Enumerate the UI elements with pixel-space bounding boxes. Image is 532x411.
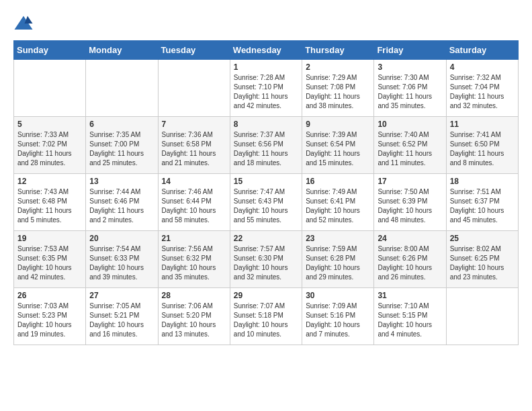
day-number: 27 <box>89 291 154 300</box>
day-number: 24 <box>378 234 442 243</box>
header-day-thursday: Thursday <box>302 41 374 60</box>
week-row-4: 19Sunrise: 7:53 AM Sunset: 6:35 PM Dayli… <box>14 231 519 288</box>
calendar-cell <box>446 288 518 345</box>
day-number: 30 <box>306 291 370 300</box>
cell-info: Sunrise: 7:07 AM Sunset: 5:18 PM Dayligh… <box>234 302 298 339</box>
cell-info: Sunrise: 7:09 AM Sunset: 5:16 PM Dayligh… <box>306 302 370 339</box>
cell-info: Sunrise: 7:41 AM Sunset: 6:50 PM Dayligh… <box>450 130 515 168</box>
calendar-cell: 1Sunrise: 7:28 AM Sunset: 7:10 PM Daylig… <box>230 60 302 117</box>
day-number: 22 <box>234 234 298 243</box>
calendar-cell: 7Sunrise: 7:36 AM Sunset: 6:58 PM Daylig… <box>158 117 230 174</box>
logo <box>13 13 36 34</box>
calendar-cell: 23Sunrise: 7:59 AM Sunset: 6:28 PM Dayli… <box>302 231 374 288</box>
day-number: 2 <box>306 62 370 72</box>
calendar-cell: 11Sunrise: 7:41 AM Sunset: 6:50 PM Dayli… <box>446 117 518 174</box>
cell-info: Sunrise: 7:35 AM Sunset: 7:00 PM Dayligh… <box>89 130 154 168</box>
calendar-cell: 18Sunrise: 7:51 AM Sunset: 6:37 PM Dayli… <box>446 174 518 231</box>
logo-icon <box>13 13 34 34</box>
day-number: 19 <box>17 234 82 243</box>
calendar-cell: 14Sunrise: 7:46 AM Sunset: 6:44 PM Dayli… <box>158 174 230 231</box>
calendar-cell: 22Sunrise: 7:57 AM Sunset: 6:30 PM Dayli… <box>230 231 302 288</box>
cell-info: Sunrise: 8:02 AM Sunset: 6:25 PM Dayligh… <box>450 244 515 282</box>
day-number: 16 <box>306 177 370 186</box>
header-day-friday: Friday <box>374 41 446 60</box>
day-number: 5 <box>17 120 82 129</box>
calendar-cell: 6Sunrise: 7:35 AM Sunset: 7:00 PM Daylig… <box>86 117 158 174</box>
cell-info: Sunrise: 7:40 AM Sunset: 6:52 PM Dayligh… <box>378 130 442 168</box>
calendar-cell: 20Sunrise: 7:54 AM Sunset: 6:33 PM Dayli… <box>86 231 158 288</box>
day-number: 9 <box>306 120 370 129</box>
cell-info: Sunrise: 7:39 AM Sunset: 6:54 PM Dayligh… <box>306 130 370 168</box>
cell-info: Sunrise: 7:03 AM Sunset: 5:23 PM Dayligh… <box>17 302 82 339</box>
day-number: 29 <box>234 291 298 300</box>
cell-info: Sunrise: 7:43 AM Sunset: 6:48 PM Dayligh… <box>17 187 82 225</box>
day-number: 28 <box>162 291 226 300</box>
calendar-cell: 13Sunrise: 7:44 AM Sunset: 6:46 PM Dayli… <box>86 174 158 231</box>
calendar-cell: 19Sunrise: 7:53 AM Sunset: 6:35 PM Dayli… <box>14 231 86 288</box>
calendar-cell: 5Sunrise: 7:33 AM Sunset: 7:02 PM Daylig… <box>14 117 86 174</box>
cell-info: Sunrise: 7:28 AM Sunset: 7:10 PM Dayligh… <box>234 73 298 111</box>
calendar-cell: 8Sunrise: 7:37 AM Sunset: 6:56 PM Daylig… <box>230 117 302 174</box>
day-number: 7 <box>162 120 226 129</box>
day-number: 6 <box>89 120 154 129</box>
day-number: 8 <box>234 120 298 129</box>
cell-info: Sunrise: 7:37 AM Sunset: 6:56 PM Dayligh… <box>234 130 298 168</box>
cell-info: Sunrise: 7:56 AM Sunset: 6:32 PM Dayligh… <box>162 244 226 282</box>
day-number: 15 <box>234 177 298 186</box>
header-day-tuesday: Tuesday <box>158 41 230 60</box>
cell-info: Sunrise: 7:49 AM Sunset: 6:41 PM Dayligh… <box>306 187 370 225</box>
day-number: 3 <box>378 62 442 72</box>
calendar-cell: 9Sunrise: 7:39 AM Sunset: 6:54 PM Daylig… <box>302 117 374 174</box>
cell-info: Sunrise: 7:33 AM Sunset: 7:02 PM Dayligh… <box>17 130 82 168</box>
header-row: SundayMondayTuesdayWednesdayThursdayFrid… <box>14 41 519 60</box>
day-number: 4 <box>450 62 515 72</box>
day-number: 31 <box>378 291 442 300</box>
cell-info: Sunrise: 7:46 AM Sunset: 6:44 PM Dayligh… <box>162 187 226 225</box>
calendar-cell <box>158 60 230 117</box>
week-row-5: 26Sunrise: 7:03 AM Sunset: 5:23 PM Dayli… <box>14 288 519 345</box>
calendar-table: SundayMondayTuesdayWednesdayThursdayFrid… <box>13 40 519 345</box>
cell-info: Sunrise: 7:51 AM Sunset: 6:37 PM Dayligh… <box>450 187 515 225</box>
header-day-monday: Monday <box>86 41 158 60</box>
calendar-cell: 17Sunrise: 7:50 AM Sunset: 6:39 PM Dayli… <box>374 174 446 231</box>
cell-info: Sunrise: 7:59 AM Sunset: 6:28 PM Dayligh… <box>306 244 370 282</box>
day-number: 21 <box>162 234 226 243</box>
calendar-cell: 21Sunrise: 7:56 AM Sunset: 6:32 PM Dayli… <box>158 231 230 288</box>
header-day-saturday: Saturday <box>446 41 518 60</box>
day-number: 13 <box>89 177 154 186</box>
day-number: 1 <box>234 62 298 72</box>
day-number: 10 <box>378 120 442 129</box>
calendar-cell: 26Sunrise: 7:03 AM Sunset: 5:23 PM Dayli… <box>14 288 86 345</box>
week-row-2: 5Sunrise: 7:33 AM Sunset: 7:02 PM Daylig… <box>14 117 519 174</box>
calendar-cell: 3Sunrise: 7:30 AM Sunset: 7:06 PM Daylig… <box>374 60 446 117</box>
calendar-cell: 12Sunrise: 7:43 AM Sunset: 6:48 PM Dayli… <box>14 174 86 231</box>
cell-info: Sunrise: 8:00 AM Sunset: 6:26 PM Dayligh… <box>378 244 442 282</box>
cell-info: Sunrise: 7:32 AM Sunset: 7:04 PM Dayligh… <box>450 73 515 111</box>
day-number: 14 <box>162 177 226 186</box>
day-number: 23 <box>306 234 370 243</box>
header-day-sunday: Sunday <box>14 41 86 60</box>
cell-info: Sunrise: 7:10 AM Sunset: 5:15 PM Dayligh… <box>378 302 442 339</box>
cell-info: Sunrise: 7:53 AM Sunset: 6:35 PM Dayligh… <box>17 244 82 282</box>
cell-info: Sunrise: 7:30 AM Sunset: 7:06 PM Dayligh… <box>378 73 442 111</box>
day-number: 11 <box>450 120 515 129</box>
calendar-cell: 24Sunrise: 8:00 AM Sunset: 6:26 PM Dayli… <box>374 231 446 288</box>
cell-info: Sunrise: 7:54 AM Sunset: 6:33 PM Dayligh… <box>89 244 154 282</box>
cell-info: Sunrise: 7:06 AM Sunset: 5:20 PM Dayligh… <box>162 302 226 339</box>
calendar-cell: 15Sunrise: 7:47 AM Sunset: 6:43 PM Dayli… <box>230 174 302 231</box>
header-day-wednesday: Wednesday <box>230 41 302 60</box>
cell-info: Sunrise: 7:05 AM Sunset: 5:21 PM Dayligh… <box>89 302 154 339</box>
day-number: 25 <box>450 234 515 243</box>
calendar-cell: 30Sunrise: 7:09 AM Sunset: 5:16 PM Dayli… <box>302 288 374 345</box>
calendar-cell: 16Sunrise: 7:49 AM Sunset: 6:41 PM Dayli… <box>302 174 374 231</box>
day-number: 17 <box>378 177 442 186</box>
week-row-1: 1Sunrise: 7:28 AM Sunset: 7:10 PM Daylig… <box>14 60 519 117</box>
calendar-cell: 27Sunrise: 7:05 AM Sunset: 5:21 PM Dayli… <box>86 288 158 345</box>
calendar-cell: 2Sunrise: 7:29 AM Sunset: 7:08 PM Daylig… <box>302 60 374 117</box>
day-number: 12 <box>17 177 82 186</box>
cell-info: Sunrise: 7:36 AM Sunset: 6:58 PM Dayligh… <box>162 130 226 168</box>
page-header <box>13 13 519 34</box>
calendar-cell: 25Sunrise: 8:02 AM Sunset: 6:25 PM Dayli… <box>446 231 518 288</box>
day-number: 20 <box>89 234 154 243</box>
cell-info: Sunrise: 7:47 AM Sunset: 6:43 PM Dayligh… <box>234 187 298 225</box>
